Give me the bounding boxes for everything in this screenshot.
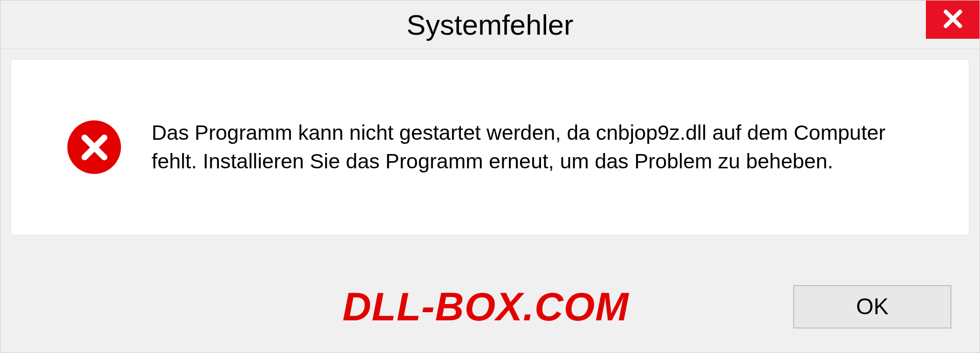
dialog-title: Systemfehler	[407, 8, 574, 41]
close-icon	[942, 8, 964, 32]
error-icon	[67, 120, 121, 174]
titlebar: Systemfehler	[1, 1, 979, 49]
watermark-text: DLL-BOX.COM	[342, 284, 629, 330]
message-box: Das Programm kann nicht gestartet werden…	[11, 59, 969, 235]
content-area: Das Programm kann nicht gestartet werden…	[1, 49, 979, 261]
close-button[interactable]	[926, 1, 979, 39]
error-message: Das Programm kann nicht gestartet werden…	[152, 119, 933, 175]
dialog-footer: DLL-BOX.COM OK	[1, 261, 979, 352]
ok-button[interactable]: OK	[793, 285, 951, 329]
error-dialog: Systemfehler Das Programm kann nicht ges…	[0, 0, 980, 353]
